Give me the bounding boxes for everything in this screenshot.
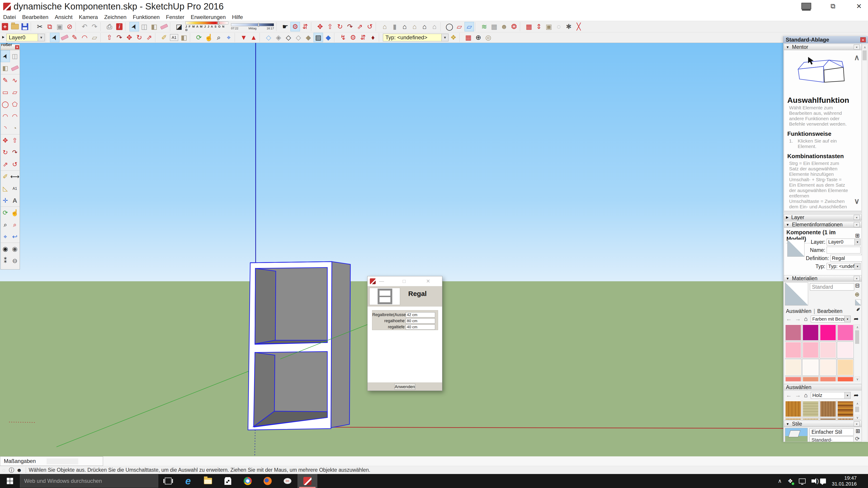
walk-tool[interactable]: ⁑ <box>1 255 10 267</box>
photo-texture-icon[interactable]: ❂ <box>509 22 519 31</box>
edge-button[interactable]: e <box>178 474 198 488</box>
collapse-icon[interactable]: ▼ <box>786 45 789 49</box>
color-swatch[interactable] <box>802 324 819 341</box>
select-icon[interactable]: ➤ <box>129 22 139 31</box>
pie-tool[interactable]: ◔ <box>10 122 20 134</box>
forward-icon[interactable]: → <box>795 392 801 399</box>
display-icon[interactable] <box>801 2 811 9</box>
collection-select[interactable]: Farben mit Bezeichnun▾ <box>811 316 850 322</box>
details-arrow-icon[interactable]: ➦ <box>854 392 859 399</box>
texture-swatch[interactable] <box>802 401 819 417</box>
name-input[interactable] <box>827 247 861 254</box>
texture-swatch[interactable] <box>785 401 801 417</box>
menu-ansicht[interactable]: Ansicht <box>52 13 76 21</box>
hidden-line-style-icon[interactable]: ◇ <box>293 33 303 42</box>
pan-icon[interactable]: ☝ <box>204 33 214 42</box>
finger-icon[interactable]: ☛ <box>281 22 290 31</box>
collapse-icon[interactable]: ▼ <box>786 223 789 227</box>
scroll-up-icon[interactable]: ∧ <box>854 53 860 62</box>
dc-manager-icon[interactable]: ♦ <box>368 33 378 42</box>
sketchup-taskbar-button[interactable] <box>298 474 317 488</box>
print-icon[interactable]: ⎙ <box>105 22 114 31</box>
make-component-icon[interactable]: ◫ <box>140 22 149 31</box>
rotate-tool[interactable]: ↻ <box>1 147 10 158</box>
regaltiefe-input[interactable]: 40 cm <box>406 324 435 330</box>
tray-title-bar[interactable]: Standard-Ablage × <box>783 36 868 43</box>
shadows-toggle-icon[interactable]: ◪ <box>174 22 184 31</box>
tray-chevron-icon[interactable]: ∧ <box>778 478 782 484</box>
polygon-tool[interactable]: ⬠ <box>10 98 20 110</box>
shadow-month-slider[interactable]: J F M A M J J A S O N D <box>185 22 228 32</box>
dialog-minimize-icon[interactable]: — <box>377 276 386 286</box>
stamp-icon[interactable]: ▣ <box>544 22 554 31</box>
color-swatch[interactable] <box>820 377 836 381</box>
drape-icon[interactable]: ◌ <box>554 22 563 31</box>
follow-me-tool[interactable]: ↷ <box>10 147 20 158</box>
chrome-button[interactable] <box>238 474 258 488</box>
materials-second-header[interactable]: Auswählen <box>784 384 862 390</box>
zoom-extents-icon[interactable]: ⌖ <box>224 33 234 42</box>
delete-icon[interactable]: ⊘ <box>65 22 74 31</box>
save-icon[interactable] <box>20 22 30 31</box>
color-swatch[interactable] <box>802 342 819 358</box>
texture-swatch[interactable] <box>802 418 819 420</box>
color-swatch[interactable] <box>785 342 801 358</box>
look-around-tool[interactable]: ◉ <box>10 243 20 255</box>
undo-icon[interactable]: ↶ <box>80 22 89 31</box>
classifier-grid-icon[interactable]: ▦ <box>464 33 473 42</box>
color-swatch[interactable] <box>820 342 836 358</box>
arc-tool[interactable]: ◠ <box>1 110 10 122</box>
signin-icon[interactable]: ☻ <box>16 467 23 473</box>
color-swatch[interactable] <box>785 359 801 376</box>
three-point-arc-tool[interactable]: ◝ <box>1 122 10 134</box>
wireframe-style-icon[interactable]: ◇ <box>284 33 293 42</box>
geolocation-icon[interactable]: ◌ <box>0 467 8 473</box>
paint-tool-icon[interactable]: ◧ <box>179 33 189 42</box>
network-icon[interactable] <box>799 479 806 484</box>
left-view-icon[interactable]: ⌂ <box>420 22 429 31</box>
scale-tool-icon[interactable]: ⇗ <box>145 33 154 42</box>
color-swatch[interactable] <box>820 359 836 376</box>
chevron-down-icon[interactable]: ▾ <box>441 34 448 41</box>
secondary-pane-icon[interactable]: ⊟ <box>855 283 860 289</box>
menu-fenster[interactable]: Fenster <box>163 13 187 21</box>
push-pull-tool-icon[interactable]: ⇧ <box>105 33 114 42</box>
move-icon[interactable]: ✥ <box>315 22 325 31</box>
eraser-tool[interactable] <box>10 62 20 74</box>
back-icon[interactable]: ← <box>786 315 792 322</box>
xray-style-icon[interactable]: ◇ <box>264 33 273 42</box>
top-view-icon[interactable]: ▮ <box>390 22 399 31</box>
palette-header[interactable]: roßer ... × <box>1 44 20 50</box>
home-icon[interactable]: ⌂ <box>804 315 808 322</box>
previous-view-tool[interactable]: ↩ <box>10 231 20 242</box>
follow-me-icon[interactable]: ↷ <box>345 22 355 31</box>
eraser-tool-icon[interactable] <box>60 33 69 42</box>
component-options-icon[interactable]: ⚙ <box>290 22 300 31</box>
cut-icon[interactable]: ✂ <box>35 22 44 31</box>
redo-icon[interactable]: ↷ <box>90 22 99 31</box>
model-info-icon[interactable] <box>115 22 124 31</box>
materials-header[interactable]: ▼ Materialien × <box>784 275 862 282</box>
tape-measure-icon[interactable]: ✐ <box>159 33 169 42</box>
dc-options-icon[interactable]: ⚙ <box>348 33 358 42</box>
move-tool[interactable]: ✥ <box>1 134 10 147</box>
shaded-textures-style-icon[interactable]: ▨ <box>313 33 323 42</box>
home-icon[interactable]: ⌂ <box>804 392 808 399</box>
material-name-box[interactable]: Standard <box>810 283 854 291</box>
back-edges-style-icon[interactable]: ◈ <box>274 33 283 42</box>
tape-measure-tool[interactable]: ✐ <box>1 170 10 183</box>
color-swatch[interactable] <box>837 359 854 376</box>
back-view-icon[interactable]: ⌂ <box>410 22 419 31</box>
smoove-icon[interactable]: ⇕ <box>534 22 544 31</box>
regalhoehe-input[interactable]: 80 cm <box>406 318 435 324</box>
classifier-globe-icon[interactable]: ⊕ <box>473 33 483 42</box>
start-button[interactable] <box>0 474 20 488</box>
mentor-hscrollbar[interactable] <box>784 211 862 213</box>
snipping-tool-button[interactable]: ✂ <box>278 474 298 488</box>
details-toggle-icon[interactable]: ⊞ <box>856 428 860 434</box>
layer-header[interactable]: ▶ Layer × <box>784 214 862 221</box>
push-pull-tool[interactable]: ⇧ <box>10 134 20 147</box>
regalbreite-input[interactable]: 42 cm <box>406 312 435 318</box>
shelf-component[interactable] <box>248 262 350 430</box>
classifier-sphere-icon[interactable]: ◎ <box>484 33 493 42</box>
